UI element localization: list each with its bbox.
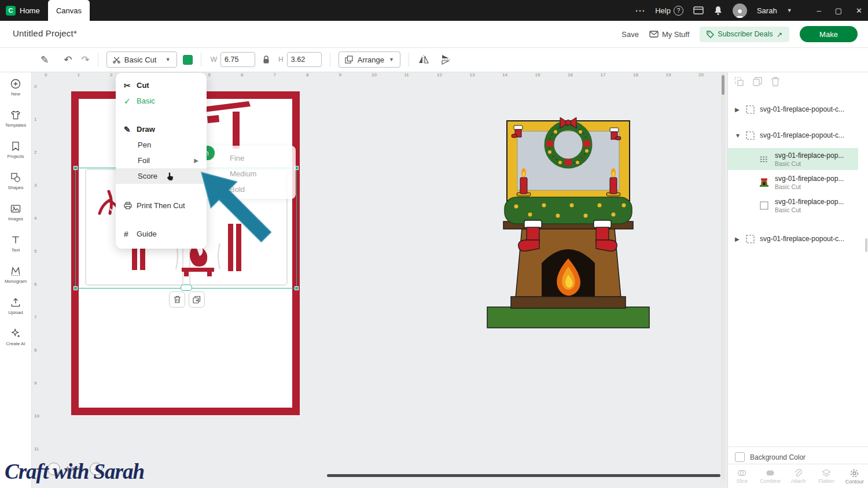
menu-item-pen[interactable]: Pen	[116, 137, 207, 153]
flip-vertical-icon[interactable]	[439, 55, 452, 64]
sidebar-item-upload[interactable]: Upload	[0, 290, 31, 321]
window-close-button[interactable]: ✕	[856, 6, 862, 15]
tab-canvas[interactable]: Canvas	[48, 0, 90, 21]
question-icon: ?	[674, 6, 683, 16]
avatar[interactable]	[733, 3, 747, 18]
menu-item-foil[interactable]: Foil ▶	[116, 153, 207, 168]
foil-option-medium[interactable]: Medium	[200, 166, 296, 182]
score-layer-icon	[759, 154, 769, 164]
chevron-right-icon[interactable]: ▶	[735, 236, 741, 242]
tag-icon	[707, 31, 714, 38]
sidebar-item-templates[interactable]: Templates	[0, 103, 31, 134]
canvas-area[interactable]: 01234567891011121314151617181920 0123456…	[31, 72, 727, 488]
sidebar-item-create-ai[interactable]: Create AI	[0, 321, 31, 353]
menu-item-basic[interactable]: ✓ Basic	[116, 93, 207, 109]
menu-item-score[interactable]: Score	[116, 168, 207, 184]
undo-icon[interactable]: ↶	[64, 54, 72, 66]
arrange-icon	[345, 56, 353, 64]
menu-item-cut[interactable]: ✂ Cut	[116, 77, 207, 93]
selection-handle-bottom-right[interactable]	[295, 286, 299, 290]
notifications-bell-icon[interactable]	[713, 6, 723, 16]
ruler-number: 0	[34, 84, 36, 89]
chevron-right-icon[interactable]: ▶	[735, 106, 741, 113]
sidebar-item-images[interactable]: Images	[0, 197, 31, 228]
lock-ratio-icon[interactable]	[262, 55, 270, 64]
flip-horizontal-icon[interactable]	[417, 55, 430, 64]
window-maximize-button[interactable]: ▢	[835, 6, 842, 15]
duplicate-button[interactable]	[189, 291, 205, 308]
ruler-number: 5	[34, 249, 36, 254]
duplicate-layer-icon[interactable]	[752, 76, 763, 87]
group-icon[interactable]	[734, 76, 744, 87]
subscriber-deals-label: Subscriber Deals	[718, 30, 773, 38]
combine-button[interactable]: Combine	[756, 464, 785, 488]
ruler-number: 17	[601, 72, 606, 77]
selection-handle-top-left[interactable]	[73, 166, 78, 170]
user-menu-chevron-icon[interactable]: ▼	[787, 8, 792, 13]
ruler-number: 8	[306, 72, 308, 77]
canvas-tab-label: Canvas	[56, 6, 82, 15]
scrollbar-thumb[interactable]	[722, 75, 724, 95]
sidebar-item-monogram[interactable]: Monogram	[0, 259, 31, 290]
layer-row-score[interactable]: svg-01-fireplace-pop... Basic Cut	[728, 148, 858, 170]
save-button[interactable]: Save	[621, 30, 639, 39]
fireplace-artwork[interactable]	[486, 113, 651, 330]
overflow-menu-icon[interactable]: ⋯	[635, 5, 645, 17]
background-color-checkbox[interactable]	[735, 452, 745, 462]
selection-handle-bottom-left[interactable]	[73, 286, 78, 290]
delete-layer-icon[interactable]	[771, 76, 780, 87]
ruler-number: 8	[34, 347, 36, 353]
monogram-icon	[10, 265, 21, 277]
pencil-icon: ✎	[124, 125, 137, 134]
billing-icon[interactable]	[693, 6, 704, 14]
panel-scrollbar[interactable]	[865, 238, 867, 252]
layers-bottom-actions: Slice Combine Attach Flatten Contour	[728, 464, 868, 488]
make-button[interactable]: Make	[800, 26, 858, 42]
scissors-icon: ✂	[124, 81, 137, 90]
contour-button[interactable]: Contour	[840, 464, 868, 488]
ruler-number: 13	[470, 72, 475, 77]
delete-button[interactable]	[169, 291, 185, 308]
attach-button[interactable]: Attach	[784, 464, 812, 488]
project-title: Untitled Project*	[13, 28, 77, 38]
height-label: H	[278, 56, 284, 64]
arrange-dropdown[interactable]: Arrange ▼	[339, 51, 400, 68]
my-stuff-button[interactable]: My Stuff	[649, 30, 689, 39]
selection-handle-bottom-center[interactable]	[181, 284, 192, 291]
group-thumb-icon	[745, 131, 755, 141]
width-input[interactable]	[220, 52, 255, 67]
flatten-button[interactable]: Flatten	[812, 464, 841, 488]
canvas-horizontal-scrollbar[interactable]	[327, 474, 720, 477]
ruler-number: 5	[208, 72, 211, 77]
flatten-icon	[822, 469, 831, 477]
edit-pen-icon[interactable]: ✎	[41, 54, 49, 66]
redo-icon[interactable]: ↷	[82, 54, 90, 66]
sidebar-item-new[interactable]: New	[0, 72, 31, 103]
ruler-number: 7	[274, 72, 276, 77]
menu-item-guide[interactable]: # Guide	[116, 226, 207, 242]
chevron-down-icon[interactable]: ▼	[735, 132, 741, 139]
layer-row-fireplace[interactable]: svg-01-fireplace-pop... Basic Cut	[728, 171, 858, 193]
linetype-dropdown[interactable]: Basic Cut ▼	[106, 51, 177, 68]
ruler-number: 1	[78, 72, 80, 77]
layer-group-3[interactable]: ▶ svg-01-fireplace-popout-c...	[728, 230, 868, 247]
slice-button[interactable]: Slice	[728, 464, 756, 488]
color-swatch[interactable]	[183, 55, 193, 65]
foil-option-bold[interactable]: Bold	[200, 182, 296, 197]
sidebar-item-shapes[interactable]: Shapes	[0, 165, 31, 197]
sidebar-item-text[interactable]: Text	[0, 228, 31, 259]
layer-group-1[interactable]: ▶ svg-01-fireplace-popout-c...	[728, 101, 868, 118]
layer-row-backing[interactable]: svg-01-fireplace-pop... Basic Cut	[728, 194, 858, 216]
canvas-vertical-scrollbar[interactable]	[721, 73, 725, 481]
sidebar-item-projects[interactable]: Projects	[0, 134, 31, 165]
subscriber-deals-button[interactable]: Subscriber Deals ↗	[700, 27, 789, 42]
menu-item-print-then-cut[interactable]: Print Then Cut	[116, 198, 207, 213]
menu-item-draw[interactable]: ✎ Draw	[116, 121, 207, 137]
images-icon	[10, 203, 21, 215]
tab-home[interactable]: C Home	[6, 0, 40, 21]
help-button[interactable]: Help ?	[655, 6, 683, 16]
window-minimize-button[interactable]: –	[817, 6, 821, 15]
ruler-number: 10	[372, 72, 377, 77]
height-input[interactable]	[287, 52, 322, 67]
layer-group-2[interactable]: ▼ svg-01-fireplace-popout-c...	[728, 127, 868, 144]
